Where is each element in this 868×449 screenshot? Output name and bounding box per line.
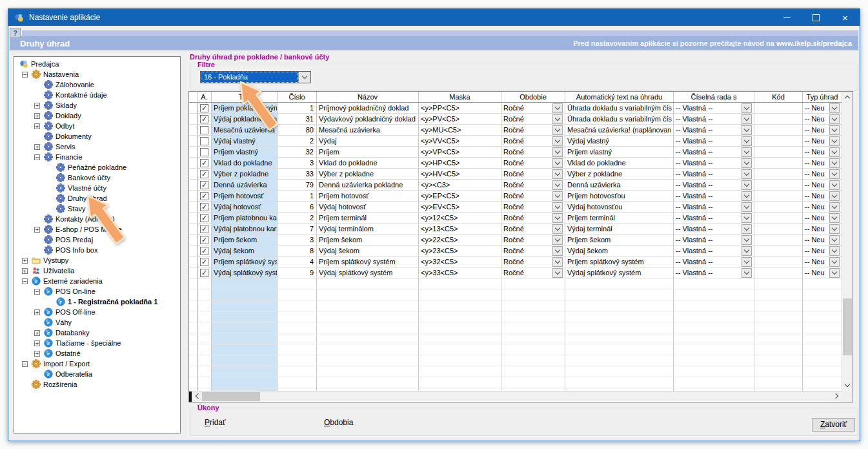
tree-expander-plus-icon[interactable]: + [34, 351, 40, 357]
row-checkbox-checked[interactable]: ✓ [200, 159, 208, 167]
dropdown-button[interactable] [829, 158, 840, 168]
dropdown-button[interactable] [742, 224, 752, 234]
row-checkbox-checked[interactable]: ✓ [200, 236, 208, 244]
add-button[interactable]: Pridať [205, 418, 226, 427]
table-row[interactable]: ✓Výber z pokladne33Výber z pokladne<y>HV… [189, 169, 842, 180]
dropdown-button[interactable] [829, 235, 840, 245]
vertical-scroll-thumb[interactable] [843, 298, 852, 355]
table-row[interactable]: ✓Výdaj splátkový systé9Výdaj splátkový s… [189, 267, 842, 278]
row-checkbox-checked[interactable]: ✓ [200, 258, 208, 266]
tree-item[interactable]: +Sklady [14, 100, 180, 110]
dropdown-button[interactable] [552, 169, 563, 179]
dropdown-button[interactable] [742, 180, 752, 190]
tree-item[interactable]: −ePOS On-line [14, 286, 180, 297]
tree-expander-plus-icon[interactable]: + [34, 340, 40, 346]
dropdown-button[interactable] [742, 125, 752, 135]
column-header[interactable]: Automatický text na úhradu [565, 92, 674, 102]
dropdown-button[interactable] [552, 114, 563, 124]
table-row[interactable]: Výdaj vlastný2Výdaj<y>VV<C5>RočnéVýdaj v… [189, 136, 842, 147]
dropdown-button[interactable] [552, 180, 563, 190]
column-header[interactable]: Kód [754, 92, 803, 102]
tree-item[interactable]: Bankové účty [14, 172, 180, 183]
tree-expander-minus-icon[interactable]: − [22, 278, 28, 284]
dropdown-button[interactable] [829, 213, 840, 223]
row-checkbox-checked[interactable]: ✓ [200, 247, 208, 255]
dropdown-button[interactable] [829, 246, 840, 256]
tree-item[interactable]: eOdberatelia [14, 369, 180, 379]
tree-item[interactable]: Predajca [14, 59, 180, 69]
dropdown-button[interactable] [742, 235, 752, 245]
column-header[interactable]: Názov [317, 92, 419, 102]
row-checkbox-checked[interactable]: ✓ [200, 214, 208, 222]
dropdown-button[interactable] [829, 103, 840, 113]
minimize-button[interactable] [772, 9, 802, 26]
table-row[interactable]: ✓Denná uzávierka79Denná uzávierka poklad… [189, 180, 842, 191]
table-row[interactable]: ✓Príjem pokladničným d1Príjmový pokladni… [189, 103, 842, 114]
dropdown-button[interactable] [742, 147, 752, 157]
table-row[interactable]: ✓Výdaj šekom8Výdaj šekom<y>23<C5>RočnéVý… [189, 245, 842, 256]
table-row[interactable]: ✓Príjem splátkový systé4Príjem splátkový… [189, 256, 842, 267]
row-checkbox-checked[interactable]: ✓ [200, 104, 208, 112]
dropdown-button[interactable] [829, 147, 840, 157]
help-button[interactable]: ? [10, 28, 21, 38]
dropdown-button[interactable] [829, 180, 840, 190]
dropdown-button[interactable] [552, 147, 563, 157]
column-header[interactable]: A. [197, 92, 212, 102]
tree-item[interactable]: +Doklady [14, 110, 180, 121]
horizontal-scrollbar[interactable] [189, 391, 842, 402]
dropdown-button[interactable] [742, 213, 752, 223]
dropdown-button[interactable] [552, 213, 563, 223]
dropdown-button[interactable] [742, 246, 752, 256]
scroll-right-arrow[interactable] [831, 392, 842, 402]
row-checkbox-unchecked[interactable] [200, 126, 208, 134]
column-header[interactable]: Typ úhrad [803, 92, 842, 102]
column-header[interactable]: Číselná rada s [674, 92, 754, 102]
tree-expander-plus-icon[interactable]: + [22, 268, 28, 274]
tree-expander-plus-icon[interactable]: + [34, 103, 40, 109]
tree-expander-plus-icon[interactable]: + [34, 113, 40, 119]
tree-item[interactable]: +Výstupy [14, 255, 180, 266]
row-checkbox-checked[interactable]: ✓ [200, 225, 208, 233]
scroll-down-arrow[interactable] [842, 380, 853, 391]
table-row[interactable]: ✓Príjem hotovosť1Príjem hotovosť<y>EP<C5… [189, 191, 842, 202]
tree-item[interactable]: e1 - Registračná pokladňa 1 [14, 297, 180, 307]
close-window-button[interactable]: × [831, 9, 860, 26]
row-checkbox-checked[interactable]: ✓ [200, 203, 208, 211]
row-checkbox-checked[interactable]: ✓ [200, 269, 208, 277]
table-row[interactable]: Príjem vlastný32Príjem<y>VP<C5>RočnéPríj… [189, 147, 842, 158]
selector-header[interactable] [189, 92, 197, 102]
dropdown-button[interactable] [829, 191, 840, 201]
dropdown-button[interactable] [829, 125, 840, 135]
dropdown-button[interactable] [829, 268, 840, 278]
tree-item[interactable]: −eExterné zariadenia [14, 276, 180, 286]
dropdown-button[interactable] [742, 169, 752, 179]
tree-expander-minus-icon[interactable]: − [34, 154, 40, 160]
table-row[interactable]: ✓Vklad do pokladne3Vklad do pokladne<y>H… [189, 158, 842, 169]
table-row[interactable]: ✓Výdaj hotovosť6Výdaj hotovosť<y>EV<C5>R… [189, 202, 842, 213]
dropdown-button[interactable] [552, 202, 563, 212]
dropdown-button[interactable] [552, 136, 563, 146]
row-checkbox-unchecked[interactable] [200, 137, 208, 145]
tree-item[interactable]: Kontaktné údaje [14, 90, 180, 100]
table-row[interactable]: ✓Príjem šekom3Príjem šekom<y>22<C5>Ročné… [189, 235, 842, 245]
dropdown-button[interactable] [829, 257, 840, 267]
tree-item[interactable]: −Nastavenia [14, 69, 180, 79]
tree-item[interactable]: Dokumenty [14, 131, 180, 141]
tree-expander-plus-icon[interactable]: + [34, 309, 40, 315]
tree-expander-plus-icon[interactable]: + [34, 123, 40, 129]
dropdown-button[interactable] [742, 158, 752, 168]
tree-item[interactable]: −Import / Export [14, 359, 180, 369]
close-button[interactable]: Zatvoriť [812, 418, 855, 432]
dropdown-button[interactable] [742, 257, 752, 267]
dropdown-button[interactable] [552, 103, 563, 113]
dropdown-button[interactable] [829, 136, 840, 146]
table-row[interactable]: ✓Príjem platobnou karto2Príjem terminál<… [189, 213, 842, 224]
tree-item[interactable]: +ePOS Off-line [14, 307, 180, 317]
tree-item[interactable]: +Užívatelia [14, 266, 180, 276]
dropdown-button[interactable] [742, 202, 752, 212]
dropdown-button[interactable] [552, 191, 563, 201]
vertical-scrollbar[interactable] [842, 92, 853, 391]
row-checkbox-checked[interactable]: ✓ [200, 192, 208, 200]
scroll-up-arrow[interactable] [842, 92, 853, 103]
dropdown-button[interactable] [552, 268, 563, 278]
